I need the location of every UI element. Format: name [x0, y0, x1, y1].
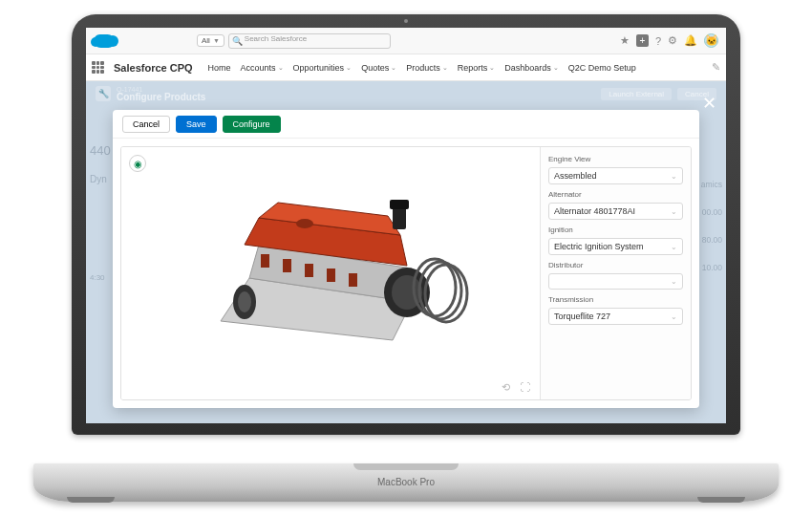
- setup-gear-icon[interactable]: ⚙: [668, 34, 677, 47]
- search-scope-label: All: [202, 36, 210, 45]
- chevron-down-icon: ⌄: [671, 243, 677, 251]
- favorite-icon[interactable]: ★: [620, 34, 630, 47]
- save-button[interactable]: Save: [176, 116, 217, 133]
- configure-button[interactable]: Configure: [223, 116, 281, 133]
- modal-body: ◉: [120, 146, 692, 400]
- svg-rect-7: [305, 264, 313, 277]
- chevron-down-icon: ⌄: [489, 64, 495, 72]
- chevron-down-icon: ⌄: [553, 64, 559, 72]
- avatar[interactable]: 🐱: [704, 33, 718, 48]
- search-input[interactable]: 🔍 Search Salesforce: [228, 33, 391, 49]
- quote-code: Q-17441: [117, 86, 205, 93]
- nav-opportunities[interactable]: Opportunities⌄: [293, 63, 353, 73]
- svg-rect-5: [261, 254, 269, 268]
- laptop-base: MacBook Pro: [33, 463, 779, 502]
- chevron-down-icon: ⌄: [391, 64, 396, 72]
- cancel-button[interactable]: Cancel: [122, 116, 170, 133]
- distributor-label: Distributor: [548, 261, 683, 269]
- chevron-down-icon: ⌄: [346, 64, 352, 72]
- background-ghost-left: 440 Dyn 4:30: [90, 135, 111, 289]
- configure-modal: Cancel Save Configure ◉: [113, 110, 699, 408]
- engine-view-label: Engine View: [548, 155, 683, 163]
- chevron-down-icon: ⌄: [671, 312, 677, 321]
- global-header: All ▼ 🔍 Search Salesforce ★ + ? ⚙ 🔔 🐱: [86, 28, 726, 54]
- reset-view-icon[interactable]: ⟲: [502, 381, 510, 394]
- search-placeholder: Search Salesforce: [245, 34, 307, 43]
- help-icon[interactable]: ?: [655, 35, 661, 47]
- wrench-icon: 🔧: [96, 86, 111, 101]
- ignition-select[interactable]: Electric Ignition System⌄: [548, 238, 683, 255]
- svg-rect-16: [390, 200, 409, 209]
- svg-point-18: [238, 291, 251, 312]
- engine-model-icon: [182, 187, 479, 359]
- transmission-label: Transmission: [548, 295, 683, 304]
- viewer-mode-icon[interactable]: ◉: [129, 155, 146, 172]
- chevron-down-icon: ▼: [213, 37, 220, 44]
- close-icon[interactable]: ✕: [702, 93, 716, 114]
- distributor-select[interactable]: ⌄: [548, 273, 683, 290]
- laptop-notch: [353, 463, 459, 470]
- nav-home[interactable]: Home: [208, 63, 231, 73]
- add-icon[interactable]: +: [636, 34, 649, 47]
- chevron-down-icon: ⌄: [671, 172, 677, 181]
- chevron-down-icon: ⌄: [671, 207, 677, 216]
- svg-rect-9: [349, 273, 357, 287]
- global-search: All ▼ 🔍 Search Salesforce: [197, 33, 391, 49]
- alternator-label: Alternator: [548, 190, 683, 199]
- notification-bell-icon[interactable]: 🔔: [684, 34, 697, 47]
- launch-external-button[interactable]: Launch External: [601, 88, 672, 100]
- edit-pencil-icon[interactable]: ✎: [712, 61, 720, 74]
- nav-accounts[interactable]: Accounts⌄: [241, 63, 284, 73]
- options-panel: Engine View Assembled⌄ Alternator Altern…: [540, 147, 691, 399]
- camera-dot: [404, 19, 408, 23]
- chevron-down-icon: ⌄: [442, 64, 448, 72]
- app-nav: Salesforce CPQ Home Accounts⌄ Opportunit…: [86, 54, 726, 81]
- screen: All ▼ 🔍 Search Salesforce ★ + ? ⚙ 🔔 🐱: [86, 28, 726, 423]
- laptop-foot: [697, 497, 745, 503]
- svg-rect-6: [283, 259, 291, 272]
- nav-q2c-demo[interactable]: Q2C Demo Setup: [568, 63, 636, 73]
- viewer-footer-tools: ⟲ ⛶: [502, 381, 530, 394]
- search-scope-select[interactable]: All ▼: [197, 34, 224, 47]
- ignition-label: Ignition: [548, 226, 683, 234]
- app-name: Salesforce CPQ: [114, 62, 193, 74]
- alternator-select[interactable]: Alternator 4801778AI⌄: [548, 203, 683, 220]
- nav-products[interactable]: Products⌄: [406, 63, 448, 73]
- nav-dashboards[interactable]: Dashboards⌄: [504, 63, 559, 73]
- nav-reports[interactable]: Reports⌄: [458, 63, 496, 73]
- fullscreen-icon[interactable]: ⛶: [520, 381, 530, 394]
- transmission-select[interactable]: Torqueflite 727⌄: [548, 308, 683, 325]
- svg-rect-8: [327, 269, 335, 282]
- background-ghost-right: amics 00.00 80.00 10.00: [701, 171, 722, 282]
- 3d-viewer[interactable]: ◉: [121, 147, 540, 399]
- svg-point-4: [296, 219, 313, 228]
- chevron-down-icon: ⌄: [671, 277, 677, 286]
- modal-toolbar: Cancel Save Configure: [113, 110, 699, 139]
- laptop-foot: [67, 497, 115, 503]
- page-title: Configure Products: [117, 93, 205, 102]
- chevron-down-icon: ⌄: [278, 64, 284, 72]
- app-launcher-icon[interactable]: [92, 61, 104, 74]
- laptop-label: MacBook Pro: [33, 477, 779, 487]
- salesforce-logo-icon: [94, 34, 115, 48]
- laptop-frame: All ▼ 🔍 Search Salesforce ★ + ? ⚙ 🔔 🐱: [33, 14, 779, 502]
- search-icon: 🔍: [232, 36, 243, 46]
- header-utilities: ★ + ? ⚙ 🔔 🐱: [620, 33, 718, 48]
- laptop-lid: All ▼ 🔍 Search Salesforce ★ + ? ⚙ 🔔 🐱: [72, 14, 740, 435]
- page-subheader: 🔧 Q-17441 Configure Products Launch Exte…: [86, 81, 726, 106]
- nav-quotes[interactable]: Quotes⌄: [361, 63, 396, 73]
- engine-view-select[interactable]: Assembled⌄: [548, 167, 683, 184]
